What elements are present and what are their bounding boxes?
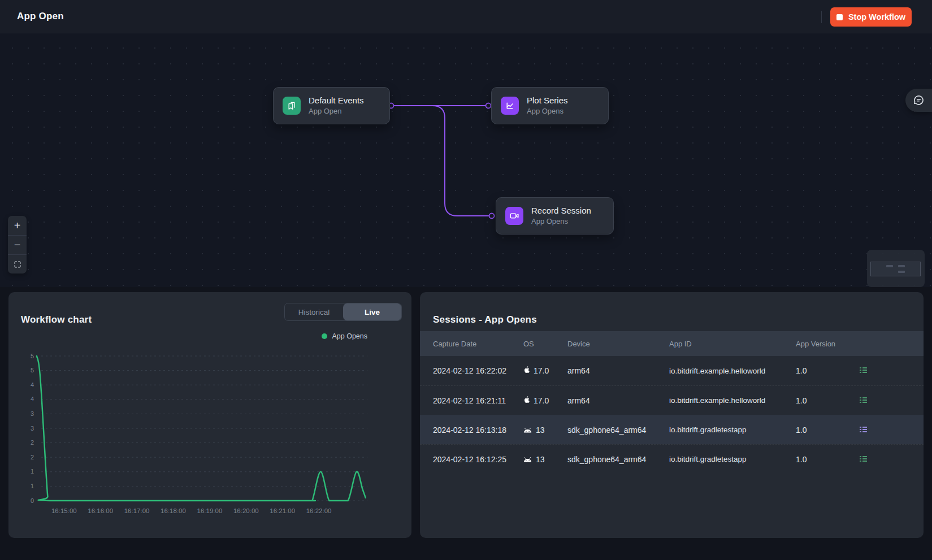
session-logs-button[interactable] — [860, 397, 867, 403]
session-row[interactable]: 2024-02-12 16:21:11 17.0 arm64 io.bitdri… — [420, 385, 924, 415]
app-id-cell: io.bitdrift.gradletestapp — [669, 455, 796, 463]
minus-icon: − — [14, 238, 21, 251]
line-chart-icon — [501, 97, 519, 115]
os-cell: 17.0 — [523, 396, 567, 405]
chart-legend: App Opens — [322, 332, 367, 340]
app-id-cell: io.bitdrift.gradletestapp — [669, 426, 796, 434]
os-version: 17.0 — [534, 396, 549, 405]
app-version-cell: 1.0 — [796, 455, 855, 464]
input-port — [486, 103, 491, 108]
svg-text:16:18:00: 16:18:00 — [161, 507, 186, 514]
node-title: Default Events — [309, 95, 364, 106]
topbar: App Open Stop Workflow — [0, 0, 932, 33]
os-version: 13 — [536, 426, 545, 435]
node-plot-series[interactable]: Plot Series App Opens — [491, 87, 609, 124]
apple-icon — [523, 396, 530, 405]
node-default-events[interactable]: Default Events App Open — [273, 87, 390, 124]
svg-text:3: 3 — [31, 410, 34, 417]
device-cell: sdk_gphone64_arm64 — [567, 426, 669, 435]
session-logs-button[interactable] — [860, 426, 867, 433]
topbar-divider — [821, 11, 822, 23]
os-cell: 13 — [523, 455, 567, 464]
app-root: App Open Stop Workflow Default Events Ap… — [0, 0, 932, 560]
capture-date-cell: 2024-02-12 16:22:02 — [433, 366, 523, 375]
svg-text:2: 2 — [31, 439, 34, 446]
sessions-table-header: Capture Date OS Device App ID App Versio… — [420, 331, 924, 356]
column-header: Device — [567, 340, 669, 348]
stop-workflow-label: Stop Workflow — [848, 12, 905, 21]
device-cell: sdk_gphone64_arm64 — [567, 455, 669, 464]
video-camera-icon — [505, 207, 523, 225]
svg-text:5: 5 — [31, 367, 34, 374]
zoom-out-button[interactable]: − — [8, 235, 27, 254]
svg-text:0: 0 — [31, 497, 34, 504]
app-version-cell: 1.0 — [796, 396, 855, 405]
svg-text:5: 5 — [31, 353, 34, 359]
legend-dot — [322, 333, 327, 339]
svg-text:16:15:00: 16:15:00 — [51, 507, 77, 514]
app-id-cell: io.bitdrift.example.helloworld — [669, 396, 796, 405]
legend-label: App Opens — [332, 332, 367, 340]
svg-text:16:17:00: 16:17:00 — [124, 507, 150, 514]
android-icon — [523, 426, 532, 435]
feedback-chat-button[interactable] — [905, 89, 932, 112]
chat-bubble-icon — [912, 94, 925, 107]
sessions-panel: Sessions - App Opens Capture Date OS Dev… — [420, 292, 924, 538]
device-cell: arm64 — [567, 366, 669, 375]
svg-text:2: 2 — [31, 454, 34, 461]
sessions-panel-title: Sessions - App Opens — [433, 314, 537, 325]
session-logs-button[interactable] — [860, 455, 867, 462]
os-cell: 17.0 — [523, 366, 567, 375]
column-header: OS — [523, 340, 567, 348]
session-row[interactable]: 2024-02-12 16:13:18 13 sdk_gphone64_arm6… — [420, 415, 924, 444]
minimap[interactable] — [867, 250, 925, 287]
os-version: 13 — [536, 455, 545, 464]
workflow-edges — [0, 33, 932, 287]
svg-text:4: 4 — [31, 396, 34, 402]
app-version-cell: 1.0 — [796, 426, 855, 435]
svg-text:16:22:00: 16:22:00 — [306, 507, 332, 514]
minimap-node — [898, 271, 905, 273]
plus-icon: + — [14, 219, 21, 232]
svg-text:16:16:00: 16:16:00 — [88, 507, 113, 514]
stop-workflow-button[interactable]: Stop Workflow — [830, 7, 912, 27]
workflow-canvas[interactable]: Default Events App Open Plot Series App … — [0, 33, 932, 287]
os-cell: 13 — [523, 426, 567, 435]
node-record-session[interactable]: Record Session App Opens — [496, 197, 614, 235]
input-port — [489, 214, 495, 219]
column-header: App ID — [669, 340, 796, 348]
apple-icon — [523, 366, 530, 375]
svg-text:1: 1 — [31, 483, 34, 489]
node-text: Plot Series App Opens — [527, 95, 568, 116]
session-row[interactable]: 2024-02-12 16:12:25 13 sdk_gphone64_arm6… — [420, 444, 924, 474]
column-header: App Version — [796, 340, 855, 348]
svg-text:16:19:00: 16:19:00 — [197, 507, 223, 514]
svg-text:4: 4 — [31, 381, 34, 388]
canvas-zoom-controls: + − — [8, 216, 27, 274]
minimap-node — [886, 265, 893, 267]
node-text: Default Events App Open — [309, 95, 364, 116]
capture-date-cell: 2024-02-12 16:12:25 — [433, 455, 523, 464]
app-version-cell: 1.0 — [796, 366, 855, 375]
minimap-node — [898, 265, 905, 267]
session-logs-button[interactable] — [860, 367, 867, 374]
node-title: Record Session — [531, 205, 591, 216]
capture-date-cell: 2024-02-12 16:21:11 — [433, 396, 523, 405]
node-title: Plot Series — [527, 95, 568, 106]
toggle-live[interactable]: Live — [343, 303, 401, 320]
capture-date-cell: 2024-02-12 16:13:18 — [433, 426, 523, 435]
svg-text:16:20:00: 16:20:00 — [233, 507, 259, 514]
minimap-viewport — [870, 262, 921, 276]
session-row[interactable]: 2024-02-12 16:22:02 17.0 arm64 io.bitdri… — [420, 356, 924, 385]
zoom-in-button[interactable]: + — [8, 216, 27, 235]
page-title: App Open — [17, 11, 64, 22]
fit-view-button[interactable] — [8, 254, 27, 274]
fit-view-icon — [13, 260, 22, 269]
chart-mode-toggle: Historical Live — [284, 303, 402, 321]
workflow-chart-panel: Workflow chart Historical Live App Opens… — [8, 292, 411, 538]
node-subtitle: App Opens — [527, 107, 568, 116]
android-icon — [523, 455, 532, 464]
svg-text:3: 3 — [31, 425, 34, 432]
toggle-historical[interactable]: Historical — [285, 303, 343, 320]
bookmarks-icon — [283, 97, 301, 115]
